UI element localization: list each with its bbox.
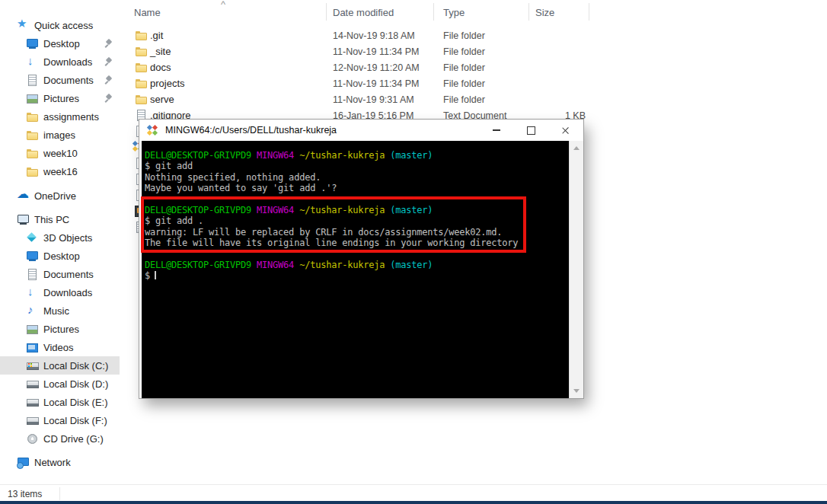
command-line: $ git add bbox=[142, 161, 570, 171]
file-date-label: 11-Nov-19 9:31 AM bbox=[333, 94, 414, 105]
prompt-path: ~/tushar-kukreja bbox=[299, 260, 385, 270]
file-name-label: _site bbox=[150, 46, 171, 57]
close-button[interactable] bbox=[548, 120, 583, 141]
sidebar-item-pictures-pc[interactable]: Pictures bbox=[0, 320, 120, 338]
pictures-icon bbox=[26, 92, 39, 104]
scroll-down-icon[interactable] bbox=[573, 389, 580, 393]
sidebar-item-label: week10 bbox=[43, 148, 78, 159]
column-divider[interactable] bbox=[326, 3, 327, 21]
file-date-label: 11-Nov-19 11:34 PM bbox=[333, 78, 419, 89]
file-name-label: serve bbox=[150, 94, 174, 105]
maximize-button[interactable] bbox=[514, 120, 548, 141]
folder-icon bbox=[135, 45, 148, 57]
file-type-label: File folder bbox=[443, 62, 485, 73]
sidebar-item-this-pc[interactable]: This PC bbox=[0, 210, 120, 228]
sidebar-item-pictures[interactable]: Pictures bbox=[0, 89, 120, 107]
sidebar-item-label: Local Disk (F:) bbox=[43, 415, 107, 426]
sidebar-item-local-disk-e[interactable]: Local Disk (E:) bbox=[0, 393, 120, 411]
prompt-line: DELL@DESKTOP-GRIVPD9MINGW64~/tushar-kukr… bbox=[142, 150, 570, 161]
column-divider[interactable] bbox=[433, 3, 434, 21]
sidebar-item-images[interactable]: images bbox=[0, 126, 120, 144]
quick-access-icon bbox=[17, 19, 30, 31]
file-type-label: File folder bbox=[443, 46, 485, 57]
status-bar: 13 items bbox=[0, 484, 827, 502]
column-divider[interactable] bbox=[589, 3, 589, 21]
sidebar-item-local-disk-c[interactable]: Local Disk (C:) bbox=[0, 356, 120, 375]
sidebar-item-label: week16 bbox=[43, 166, 78, 177]
terminal-console[interactable]: DELL@DESKTOP-GRIVPD9MINGW64~/tushar-kukr… bbox=[142, 141, 570, 398]
file-row[interactable]: projects 11-Nov-19 11:34 PM File folder bbox=[120, 75, 827, 91]
column-header-name[interactable]: Name bbox=[134, 7, 161, 18]
folder-icon bbox=[135, 29, 148, 41]
sidebar-item-music[interactable]: Music bbox=[0, 301, 120, 320]
screen: Quick access Desktop Downloads Documents… bbox=[0, 0, 827, 504]
sidebar-item-quick-access[interactable]: Quick access bbox=[0, 16, 120, 34]
local-disk-icon bbox=[26, 414, 39, 426]
file-row[interactable]: .git 14-Nov-19 9:18 AM File folder bbox=[120, 27, 827, 43]
prompt-path: ~/tushar-kukreja bbox=[299, 150, 385, 161]
sidebar-item-documents[interactable]: Documents bbox=[0, 71, 120, 89]
sidebar-item-label: Quick access bbox=[34, 20, 93, 31]
folder-icon bbox=[26, 110, 39, 123]
file-type-label: File folder bbox=[443, 30, 485, 41]
sidebar-item-label: Local Disk (D:) bbox=[43, 378, 108, 390]
navigation-pane: Quick access Desktop Downloads Documents… bbox=[0, 16, 120, 471]
sidebar-item-network[interactable]: Network bbox=[0, 453, 120, 471]
file-row[interactable]: serve 11-Nov-19 9:31 AM File folder bbox=[120, 91, 827, 107]
terminal-titlebar[interactable]: MINGW64:/c/Users/DELL/tushar-kukreja bbox=[139, 120, 583, 141]
terminal-scrollbar[interactable] bbox=[569, 141, 583, 398]
column-header-date-modified[interactable]: Date modified bbox=[333, 7, 394, 18]
downloads-icon bbox=[26, 286, 39, 298]
sidebar-item-assignments[interactable]: assignments bbox=[0, 107, 120, 126]
sidebar-item-documents-pc[interactable]: Documents bbox=[0, 265, 120, 283]
maximize-icon bbox=[527, 126, 535, 135]
sidebar-item-desktop[interactable]: Desktop bbox=[0, 34, 120, 53]
column-header-type[interactable]: Type bbox=[443, 7, 465, 18]
prompt-line: DELL@DESKTOP-GRIVPD9MINGW64~/tushar-kukr… bbox=[142, 260, 570, 270]
text-cursor bbox=[155, 271, 156, 279]
sidebar-item-label: images bbox=[43, 129, 75, 141]
sidebar-item-label: Desktop bbox=[43, 250, 80, 262]
prompt-host: MINGW64 bbox=[257, 260, 294, 270]
file-name-label: .git bbox=[150, 30, 163, 41]
column-header-size[interactable]: Size bbox=[535, 7, 554, 18]
pin-icon bbox=[104, 74, 114, 86]
file-row[interactable]: docs 12-Nov-19 11:20 AM File folder bbox=[120, 59, 827, 75]
sidebar-item-label: OneDrive bbox=[34, 190, 76, 202]
desktop-icon bbox=[26, 250, 39, 262]
minimize-button[interactable] bbox=[479, 120, 513, 141]
prompt-dollar: $ bbox=[145, 270, 150, 281]
sidebar-item-downloads[interactable]: Downloads bbox=[0, 53, 120, 71]
sidebar-item-onedrive[interactable]: OneDrive bbox=[0, 187, 120, 205]
sidebar-item-label: Desktop bbox=[43, 38, 80, 49]
local-disk-icon bbox=[26, 378, 39, 390]
scroll-up-icon[interactable] bbox=[573, 146, 580, 150]
local-disk-icon bbox=[26, 359, 39, 372]
videos-icon bbox=[26, 341, 39, 353]
folder-icon bbox=[135, 77, 148, 89]
sidebar-item-videos[interactable]: Videos bbox=[0, 338, 120, 356]
sidebar-item-3d-objects[interactable]: 3D Objects bbox=[0, 228, 120, 247]
3d-objects-icon bbox=[26, 231, 39, 244]
sidebar-item-local-disk-d[interactable]: Local Disk (D:) bbox=[0, 375, 120, 393]
close-icon bbox=[561, 126, 570, 135]
sidebar-item-week16[interactable]: week16 bbox=[0, 162, 120, 180]
sidebar-item-cd-drive-g[interactable]: CD Drive (G:) bbox=[0, 429, 120, 448]
network-icon bbox=[17, 456, 30, 468]
desktop-icon bbox=[26, 37, 39, 49]
status-divider bbox=[59, 487, 60, 500]
prompt-branch: (master) bbox=[390, 260, 433, 270]
sidebar-item-week10[interactable]: week10 bbox=[0, 144, 120, 162]
column-divider[interactable] bbox=[528, 3, 529, 21]
sidebar-item-label: Network bbox=[34, 457, 71, 468]
file-date-label: 12-Nov-19 11:20 AM bbox=[333, 62, 420, 73]
file-name-label: projects bbox=[150, 78, 185, 89]
downloads-icon bbox=[26, 56, 39, 68]
sidebar-item-label: assignments bbox=[43, 111, 99, 123]
sidebar-item-label: Downloads bbox=[43, 56, 92, 68]
file-list: .git 14-Nov-19 9:18 AM File folder _site… bbox=[120, 27, 827, 123]
sidebar-item-local-disk-f[interactable]: Local Disk (F:) bbox=[0, 411, 120, 429]
file-row[interactable]: _site 11-Nov-19 11:34 PM File folder bbox=[120, 43, 827, 59]
sidebar-item-desktop-pc[interactable]: Desktop bbox=[0, 247, 120, 265]
sidebar-item-downloads-pc[interactable]: Downloads bbox=[0, 283, 120, 301]
